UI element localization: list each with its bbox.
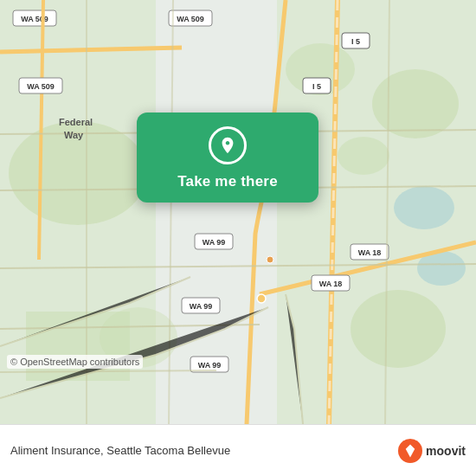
svg-text:WA 509: WA 509 (177, 15, 204, 23)
popup-card[interactable]: Take me there (137, 113, 318, 203)
location-pin-circle (209, 126, 247, 164)
moovit-icon (398, 439, 422, 463)
svg-text:WA 18: WA 18 (358, 248, 382, 257)
location-name: Aliment Insurance, Seattle Tacoma Bellev… (10, 444, 230, 457)
svg-point-35 (267, 256, 273, 263)
svg-text:WA 99: WA 99 (203, 238, 226, 247)
take-me-there-button[interactable]: Take me there (177, 173, 278, 190)
svg-text:I 5: I 5 (312, 82, 321, 91)
svg-text:WA 99: WA 99 (198, 361, 222, 370)
svg-text:Way: Way (64, 130, 84, 140)
moovit-logo: moovit (398, 439, 466, 463)
map-container: I 5 I 5 WA 509 WA 509 WA 509 WA 99 WA 99… (0, 0, 476, 424)
moovit-text: moovit (426, 444, 466, 458)
svg-text:WA 18: WA 18 (319, 280, 343, 288)
svg-text:WA 99: WA 99 (190, 302, 213, 311)
bottom-bar: Aliment Insurance, Seattle Tacoma Bellev… (0, 424, 476, 476)
svg-point-34 (257, 294, 266, 303)
location-pin-icon (218, 136, 237, 155)
svg-point-5 (351, 290, 446, 368)
svg-point-6 (394, 186, 454, 229)
svg-text:WA 509: WA 509 (27, 82, 55, 91)
svg-text:Federal: Federal (59, 117, 93, 127)
map-attribution: © OpenStreetMap contributors (7, 355, 143, 369)
svg-text:I 5: I 5 (351, 37, 360, 46)
svg-point-4 (372, 69, 459, 138)
svg-point-9 (338, 137, 389, 175)
